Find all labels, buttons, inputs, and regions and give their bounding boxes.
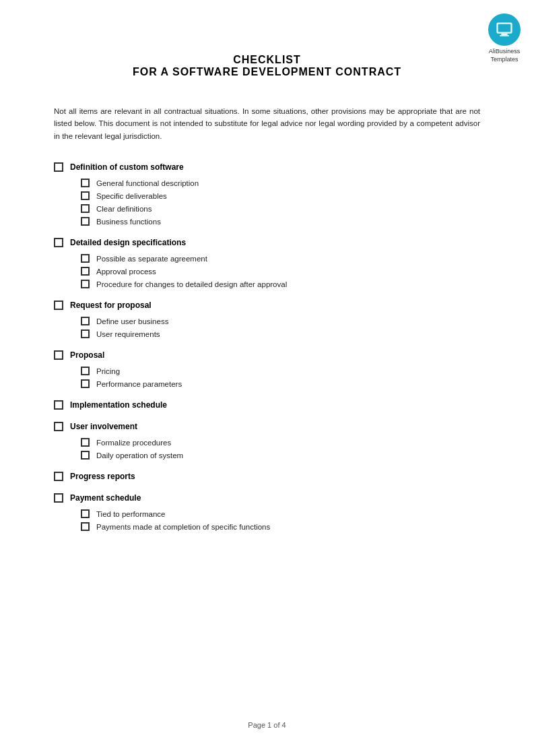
section-checkbox-7[interactable] [54,493,63,503]
item-label-5-0: Formalize procedures [96,439,171,447]
list-item: Procedure for changes to detailed design… [81,280,480,288]
item-checkbox-3-0[interactable] [81,367,90,375]
item-label-2-0: Define user business [96,317,168,325]
item-label-1-0: Possible as separate agreement [96,255,207,263]
section-0: Definition of custom softwareGeneral fun… [54,162,480,226]
svg-rect-3 [500,35,509,36]
list-item: Clear definitions [81,204,480,213]
item-label-5-1: Daily operation of system [96,451,183,460]
item-checkbox-7-1[interactable] [81,522,90,531]
checklist-container: Definition of custom softwareGeneral fun… [54,162,480,531]
item-checkbox-0-3[interactable] [81,217,90,226]
section-header-3: Proposal [54,350,480,360]
section-checkbox-4[interactable] [54,400,63,410]
item-label-2-1: User requirements [96,330,160,338]
intro-paragraph: Not all items are relevant in all contra… [54,105,480,142]
list-item: Performance parameters [81,379,480,388]
sub-items-7: Tied to performancePayments made at comp… [81,509,480,531]
section-checkbox-5[interactable] [54,422,63,431]
section-6: Progress reports [54,472,480,481]
section-label-1: Detailed design specifications [70,238,186,247]
item-checkbox-0-2[interactable] [81,204,90,213]
sub-items-2: Define user businessUser requirements [81,317,480,338]
document-title: CHECKLIST FOR A SOFTWARE DEVELOPMENT CON… [54,54,480,78]
item-checkbox-1-1[interactable] [81,267,90,276]
section-label-2: Request for proposal [70,301,152,310]
logo-area: AliBusiness Templates [488,13,521,63]
section-header-5: User involvement [54,422,480,431]
item-checkbox-2-1[interactable] [81,329,90,338]
item-checkbox-1-0[interactable] [81,254,90,263]
section-label-5: User involvement [70,422,137,431]
item-label-1-2: Procedure for changes to detailed design… [96,280,287,288]
title-line2: FOR A SOFTWARE DEVELOPMENT CONTRACT [54,66,480,78]
list-item: General functional description [81,179,480,187]
title-line1: CHECKLIST [54,54,480,66]
sub-items-0: General functional descriptionSpecific d… [81,179,480,226]
item-label-7-1: Payments made at completion of specific … [96,523,270,531]
item-checkbox-7-0[interactable] [81,509,90,518]
svg-rect-1 [498,24,511,32]
section-header-4: Implementation schedule [54,400,480,410]
sub-items-1: Possible as separate agreementApproval p… [81,254,480,288]
sub-items-3: PricingPerformance parameters [81,367,480,388]
item-label-0-0: General functional description [96,179,199,187]
list-item: Business functions [81,217,480,226]
list-item: Tied to performance [81,509,480,518]
sub-items-5: Formalize proceduresDaily operation of s… [81,438,480,460]
item-checkbox-3-1[interactable] [81,379,90,388]
item-label-0-3: Business functions [96,218,161,226]
section-header-2: Request for proposal [54,301,480,310]
section-checkbox-2[interactable] [54,301,63,310]
section-checkbox-1[interactable] [54,238,63,247]
list-item: User requirements [81,329,480,338]
section-1: Detailed design specificationsPossible a… [54,238,480,288]
item-label-0-2: Clear definitions [96,205,152,213]
item-checkbox-1-2[interactable] [81,280,90,288]
section-label-6: Progress reports [70,472,135,481]
list-item: Possible as separate agreement [81,254,480,263]
section-header-6: Progress reports [54,472,480,481]
section-header-7: Payment schedule [54,493,480,503]
item-checkbox-5-0[interactable] [81,438,90,447]
svg-rect-2 [501,34,507,35]
section-header-0: Definition of custom software [54,162,480,172]
section-label-0: Definition of custom software [70,162,184,172]
item-checkbox-5-1[interactable] [81,451,90,460]
list-item: Pricing [81,367,480,375]
item-checkbox-2-0[interactable] [81,317,90,325]
section-4: Implementation schedule [54,400,480,410]
section-label-7: Payment schedule [70,493,141,503]
list-item: Payments made at completion of specific … [81,522,480,531]
item-label-0-1: Specific deliverables [96,192,167,200]
logo-icon [488,13,521,46]
list-item: Define user business [81,317,480,325]
list-item: Approval process [81,267,480,276]
item-checkbox-0-1[interactable] [81,191,90,200]
item-checkbox-0-0[interactable] [81,179,90,187]
item-label-3-1: Performance parameters [96,380,182,388]
section-checkbox-3[interactable] [54,350,63,360]
section-label-3: Proposal [70,350,104,360]
item-label-7-0: Tied to performance [96,510,165,518]
list-item: Formalize procedures [81,438,480,447]
list-item: Daily operation of system [81,451,480,460]
document-page: AliBusiness Templates CHECKLIST FOR A SO… [0,0,534,756]
section-3: ProposalPricingPerformance parameters [54,350,480,388]
section-label-4: Implementation schedule [70,400,167,410]
page-footer: Page 1 of 4 [0,721,534,729]
logo-text: AliBusiness Templates [489,48,521,63]
item-label-1-1: Approval process [96,267,156,276]
list-item: Specific deliverables [81,191,480,200]
section-7: Payment scheduleTied to performancePayme… [54,493,480,531]
section-header-1: Detailed design specifications [54,238,480,247]
section-2: Request for proposalDefine user business… [54,301,480,338]
section-5: User involvementFormalize proceduresDail… [54,422,480,460]
section-checkbox-6[interactable] [54,472,63,481]
item-label-3-0: Pricing [96,367,120,375]
section-checkbox-0[interactable] [54,162,63,172]
